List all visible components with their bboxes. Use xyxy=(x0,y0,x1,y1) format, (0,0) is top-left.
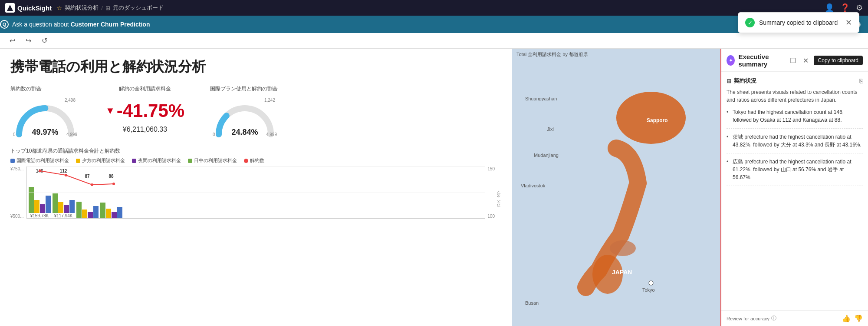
svg-text:Tokyo: Tokyo xyxy=(642,287,655,293)
svg-text:Shuangyashan: Shuangyashan xyxy=(525,96,557,101)
legend-item-4: 日中の利用請求料金 xyxy=(188,157,237,164)
toolbar: ↩ ↪ ↺ xyxy=(0,33,868,49)
legend-label-1: 国際電話の利用請求料金 xyxy=(16,157,69,164)
reset-button[interactable]: ↺ xyxy=(39,35,50,47)
review-accuracy-text: Review for accuracy xyxy=(727,316,769,321)
widget-kpi: 解約の全利用請求料金 ▼ -41.75% ¥6,211,060.33 xyxy=(97,85,193,139)
gauge-chart-1: 0 2,498 4,999 49.97% xyxy=(10,95,80,139)
q-icon: Q xyxy=(0,20,9,29)
legend-item-1: 国際電話の利用請求料金 xyxy=(10,157,69,164)
breadcrumb: ☆ 契約状況分析 / ⊞ 元のダッシュボード xyxy=(57,4,164,12)
exec-panel-title: Executive summary xyxy=(738,53,788,68)
toast-success-icon: ✓ xyxy=(745,18,755,27)
dashboard-area: 携帯電話の利用と解約状況分析 解約数の割合 0 2,498 4,999 49.9… xyxy=(0,49,512,326)
user-icon[interactable]: 👤 xyxy=(825,3,834,13)
kpi-arrow-icon: ▼ xyxy=(105,105,115,116)
toast-notification: ✓ Summary copied to clipboard ✕ xyxy=(738,12,859,33)
undo-button[interactable]: ↩ xyxy=(7,35,18,47)
svg-text:Mudanjiang: Mudanjiang xyxy=(534,153,559,158)
toast-message: Summary copied to clipboard xyxy=(759,19,838,26)
info-icon: ⓘ xyxy=(771,315,776,322)
exec-footer-left: Review for accuracy ⓘ xyxy=(727,315,776,322)
thumbs-down-button[interactable]: 👎 xyxy=(854,314,863,323)
svg-text:Busan: Busan xyxy=(525,300,539,306)
svg-text:Jixi: Jixi xyxy=(547,126,554,132)
bars-area: 146 ¥159.78K 112 xyxy=(26,166,485,219)
bar-group-3: 87 xyxy=(76,174,99,218)
breadcrumb-sep: / xyxy=(101,5,103,11)
widget-label-2: 国際プラン使用と解約の割合 xyxy=(210,85,279,93)
legend-item-2: 夕方の利用請求料金 xyxy=(76,157,125,164)
widget-label-kpi: 解約の全利用請求料金 xyxy=(97,85,193,93)
logo-icon xyxy=(5,3,15,13)
bar-group-1: 146 ¥159.78K xyxy=(29,169,51,218)
widgets-row: 解約数の割合 0 2,498 4,999 49.97% 解約の全利用請求料金 ▼ xyxy=(10,85,502,139)
y-axis-left: ¥750... ¥500... xyxy=(10,166,26,219)
legend-dot-5 xyxy=(244,159,248,163)
breadcrumb-icon: ⊞ xyxy=(105,5,110,11)
copy-to-clipboard-button[interactable]: Copy to clipboard xyxy=(814,56,863,65)
svg-text:Vladivostok: Vladivostok xyxy=(521,183,546,188)
main-content: 携帯電話の利用と解約状況分析 解約数の割合 0 2,498 4,999 49.9… xyxy=(0,49,868,326)
gauge-value-1: 49.97% xyxy=(10,128,80,137)
chart-title: トップ10都道府県の通話請求料金合計と解約数 xyxy=(10,147,502,155)
gauge-chart-2: 0 1,242 4,999 24.84% xyxy=(210,95,279,139)
widget-label-1: 解約数の割合 xyxy=(10,85,80,93)
widget-intl-ratio: 国際プラン使用と解約の割合 0 1,242 4,999 24.84% xyxy=(210,85,279,139)
q-bar-text: Ask a question about Customer Churn Pred… xyxy=(12,21,150,28)
exec-bullet-3: 広島 prefecture had the highest cancellati… xyxy=(727,158,863,186)
breadcrumb-item-2[interactable]: 元のダッシュボード xyxy=(113,4,164,12)
legend-label-5: 解約数 xyxy=(250,157,264,164)
exec-ai-icon: ✦ xyxy=(727,55,735,66)
exec-title-group: ✦ Executive summary xyxy=(727,53,788,68)
legend-label-4: 日中の利用請求料金 xyxy=(194,157,237,164)
bar-chart: ¥750... ¥500... 146 xyxy=(10,166,502,219)
app-logo[interactable]: QuickSight xyxy=(5,3,52,13)
exec-footer-right: 👍 👎 xyxy=(842,314,863,323)
gauge-top-2: 1,242 xyxy=(264,98,275,103)
map-svg: Sapporo JAPAN Tokyo Shuangyashan Jixi Mu… xyxy=(512,49,720,326)
chart-legend: 国際電話の利用請求料金 夕方の利用請求料金 夜間の利用請求料金 日中の利用請求料… xyxy=(10,157,502,164)
gauge-value-2: 24.84% xyxy=(210,128,279,137)
kpi-sub-value: ¥6,211,060.33 xyxy=(97,126,193,133)
legend-dot-1 xyxy=(10,159,15,163)
thumbs-up-button[interactable]: 👍 xyxy=(842,314,851,323)
legend-dot-4 xyxy=(188,159,192,163)
exec-panel-header: ✦ Executive summary ☐ ✕ Copy to clipboar… xyxy=(721,49,868,72)
legend-dot-3 xyxy=(132,159,136,163)
exec-panel: ✦ Executive summary ☐ ✕ Copy to clipboar… xyxy=(720,49,868,326)
exec-bullet-list: Tokyo had the highest cancellation count… xyxy=(727,108,863,186)
bar-group-4: 88 xyxy=(100,174,122,218)
exec-header-actions: ☐ ✕ Copy to clipboard xyxy=(788,56,863,66)
svg-text:JAPAN: JAPAN xyxy=(612,269,632,276)
breadcrumb-item-1[interactable]: 契約状況分析 xyxy=(65,4,99,12)
svg-point-7 xyxy=(610,240,636,256)
star-icon: ☆ xyxy=(57,5,62,11)
dashboard-title: 携帯電話の利用と解約状況分析 xyxy=(10,57,502,77)
legend-label-3: 夜間の利用請求料金 xyxy=(138,157,181,164)
gauge-top-1: 2,498 xyxy=(65,98,76,103)
chart-section: トップ10都道府県の通話請求料金合計と解約数 国際電話の利用請求料金 夕方の利用… xyxy=(10,147,502,219)
exec-section-header: ⊞ 契約状況 ⎘ xyxy=(727,77,863,85)
section-copy-icon[interactable]: ⎘ xyxy=(859,77,863,84)
legend-dot-2 xyxy=(76,159,80,163)
legend-item-3: 夜間の利用請求料金 xyxy=(132,157,181,164)
exec-section-title: ⊞ 契約状況 xyxy=(727,77,756,85)
table-icon: ⊞ xyxy=(727,78,731,84)
help-icon[interactable]: ❓ xyxy=(840,3,850,13)
y-axis-right: 150 100 xyxy=(486,166,495,219)
legend-item-5: 解約数 xyxy=(244,157,264,164)
app-name: QuickSight xyxy=(17,4,52,12)
redo-button[interactable]: ↪ xyxy=(23,35,34,47)
exec-intro-text: The sheet presents visuals related to ca… xyxy=(727,88,863,104)
exec-close-button[interactable]: ✕ xyxy=(801,56,810,66)
exec-panel-body: ⊞ 契約状況 ⎘ The sheet presents visuals rela… xyxy=(721,72,868,310)
exec-expand-button[interactable]: ☐ xyxy=(788,56,798,66)
kpi-value: -41.75% xyxy=(117,100,184,121)
exec-panel-footer: Review for accuracy ⓘ 👍 👎 xyxy=(721,310,868,326)
exec-bullet-2: 茨城 prefecture had the highest cancellati… xyxy=(727,133,863,153)
bar-group-2: 112 ¥117.94K xyxy=(53,169,75,218)
toast-close-button[interactable]: ✕ xyxy=(845,18,852,27)
settings-icon[interactable]: ⚙ xyxy=(856,3,863,13)
exec-bullet-1: Tokyo had the highest cancellation count… xyxy=(727,108,863,129)
